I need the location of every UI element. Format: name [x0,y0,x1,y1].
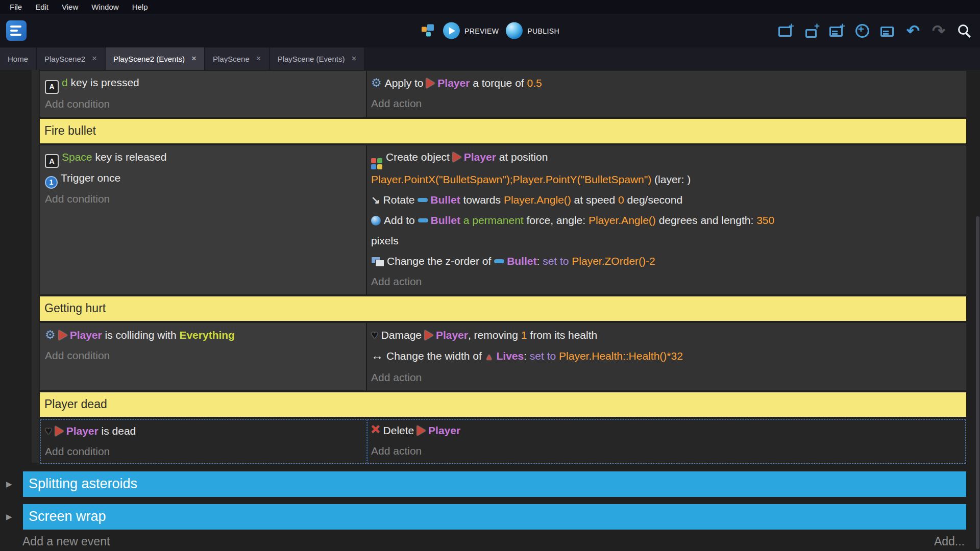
text-segment: at position [496,151,548,163]
lives-icon: ▲ [485,347,494,367]
collision-icon: ⚙ [45,324,56,345]
gdevelop-logo-icon[interactable] [6,20,27,41]
action-line[interactable]: Change the z-order of Bullet: set to Pla… [371,251,961,271]
preview-options-icon[interactable] [421,23,436,38]
events-sheet: Ad key is pressedAdd condition⚙Apply to … [0,70,980,551]
tab-playscene-events-[interactable]: PlayScene (Events)× [270,47,364,70]
add-more-button[interactable]: Add... [934,535,965,548]
indent-guide [32,70,39,463]
text-segment: 0 [618,194,624,206]
comment-bar[interactable]: Player dead [40,392,966,417]
menu-item-file[interactable]: File [3,0,29,14]
add-condition-button[interactable]: Add condition [45,441,361,462]
text-segment: Bullet [507,255,536,267]
menu-item-window[interactable]: Window [85,0,125,14]
vertical-scrollbar[interactable] [976,216,979,549]
add-comment-icon[interactable]: + [828,22,845,39]
condition-line[interactable]: 1Trigger once [45,168,361,189]
menu-item-view[interactable]: View [55,0,85,14]
tab-close-icon[interactable]: × [256,54,261,64]
preview-button[interactable]: PREVIEW [443,22,499,39]
add-action-button[interactable]: Add action [371,271,961,292]
text-segment: Apply to [385,77,427,89]
tab-playscene[interactable]: PlayScene× [205,47,269,70]
action-cell: ⚙Apply to Player a torque of 0.5Add acti… [367,71,966,117]
event-row: Ad key is pressedAdd condition⚙Apply to … [40,71,966,117]
text-segment: Add to [384,214,418,226]
tab-playscene2[interactable]: PlayScene2× [37,47,105,70]
add-action-button[interactable]: Add action [371,441,961,461]
preview-label: PREVIEW [464,27,499,35]
text-segment: Player [70,329,102,341]
gear-icon: ⚙ [371,72,382,93]
edit-events-icon[interactable] [879,22,896,39]
text-segment: a torque of [470,77,527,89]
add-condition-button[interactable]: Add condition [45,94,361,114]
comment-bar[interactable]: Getting hurt [40,296,966,321]
search-icon[interactable] [955,22,973,39]
text-segment: Damage [381,329,425,341]
add-new-event-button[interactable]: Add a new event [22,535,110,548]
comment-text: Getting hurt [44,302,106,315]
undo-icon[interactable]: ↶ [904,22,922,39]
text-segment: 350 [756,214,774,226]
redo-icon[interactable]: ↷ [930,22,947,39]
force-icon [371,216,381,226]
action-line[interactable]: ↘Rotate Bullet towards Player.Angle() at… [371,190,961,210]
text-segment: set to [543,255,572,267]
add-choose-event-icon[interactable]: + [853,22,871,39]
group-bar[interactable]: ▶Splitting asteroids [23,471,966,497]
menu-item-help[interactable]: Help [126,0,155,14]
comment-text: Player dead [44,397,107,411]
action-line[interactable]: ♥Damage Player, removing 1 from its heal… [371,324,961,345]
text-segment: deg/second [624,194,682,206]
tab-label: PlayScene (Events) [278,55,345,63]
group-bar[interactable]: ▶Screen wrap [23,504,966,530]
bullet-icon [418,198,428,202]
condition-cell: ⚙Player is colliding with EverythingAdd … [40,323,367,390]
collapse-arrow-icon[interactable]: ▶ [6,480,12,489]
publish-button[interactable]: PUBLISH [506,22,559,39]
add-event-icon[interactable]: + [777,22,794,39]
add-sub-event-icon[interactable]: + [802,22,820,39]
action-line[interactable]: ↔Change the width of ▲Lives: set to Play… [371,345,961,367]
tab-close-icon[interactable]: × [191,54,197,64]
condition-line[interactable]: ASpace key is released [45,147,361,168]
event-row: ⚙Player is colliding with EverythingAdd … [40,323,966,390]
text-segment: 0.5 [527,77,542,89]
text-segment: Player.Angle() [589,214,656,226]
keyboard-icon: A [45,80,59,94]
text-segment: is dead [99,425,136,437]
tab-playscene2-events-[interactable]: PlayScene2 (Events)× [106,47,204,70]
collapse-arrow-icon[interactable]: ▶ [6,512,12,521]
add-condition-button[interactable]: Add condition [45,189,361,209]
action-line[interactable]: Create object Player at position Player.… [371,147,961,190]
add-action-button[interactable]: Add action [371,367,961,388]
add-condition-button[interactable]: Add condition [45,345,361,366]
action-line[interactable]: Add to Bullet a permanent force, angle: … [371,210,961,251]
tab-home[interactable]: Home [0,47,36,70]
comment-bar[interactable]: Fire bullet [40,119,966,143]
condition-line[interactable]: Ad key is pressed [45,72,361,94]
add-action-button[interactable]: Add action [371,93,961,114]
text-segment: Everything [179,329,235,341]
action-line[interactable]: ⚙Apply to Player a torque of 0.5 [371,72,961,93]
player-icon [426,78,435,88]
tab-bar: HomePlayScene2×PlayScene2 (Events)×PlayS… [0,47,980,70]
tab-close-icon[interactable]: × [351,54,356,64]
zorder-icon [371,257,384,267]
action-line[interactable]: ×Delete Player [371,420,961,441]
heart-icon: ♥ [371,324,378,345]
text-segment: Player [436,329,468,341]
text-segment: is colliding with [102,329,180,341]
tab-close-icon[interactable]: × [92,54,97,64]
publish-icon [506,22,523,39]
text-segment: : [524,350,530,362]
text-segment: Rotate [383,194,418,206]
text-segment: Player [437,77,470,89]
text-segment: Lives [496,350,524,362]
condition-line[interactable]: ⚙Player is colliding with Everything [45,324,361,345]
menu-item-edit[interactable]: Edit [29,0,55,14]
tab-label: Home [8,55,28,63]
condition-line[interactable]: ♥Player is dead [45,420,361,441]
